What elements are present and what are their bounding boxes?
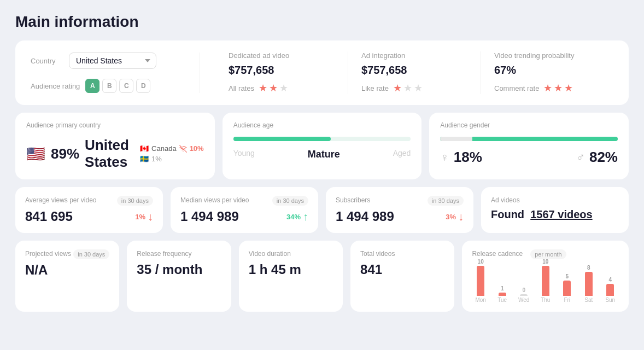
age-aged: Aged <box>393 149 411 160</box>
stat-ad-videos: Ad videos Found 1567 videos <box>481 187 629 233</box>
audience-gender-title: Audience gender <box>440 121 618 129</box>
median-views-value-row: 1 494 989 34% ↑ <box>180 209 308 224</box>
bar-day-label: Sat <box>584 297 593 303</box>
primary-data-row: 🇺🇸 89% United States 🇨🇦 Canada 10% 🇸🇪 1% <box>26 137 204 171</box>
avg-views-badge: in 30 days <box>117 196 153 206</box>
star-2: ★ <box>554 82 563 94</box>
avg-views-title: Average views per video <box>25 196 97 205</box>
bar-col-fri: 5Fri <box>558 273 576 303</box>
gender-row: ♀ 18% ♂ 82% <box>440 149 618 166</box>
age-bar <box>233 137 411 141</box>
avg-views-change: 1% ↓ <box>135 211 153 223</box>
top-info-card: Country United States Canada United King… <box>15 40 629 105</box>
badge-d[interactable]: D <box>136 79 150 93</box>
stat-projected-views: Projected views in 30 days N/A <box>15 241 119 312</box>
bar-rect <box>477 266 484 296</box>
stat-total-videos: Total videos 841 <box>350 241 454 312</box>
star-1: ★ <box>393 82 402 94</box>
star-3: ★ <box>279 82 288 94</box>
cadence-title: Release cadence <box>472 249 523 259</box>
bar-rect <box>499 293 506 296</box>
cadence-bar-chart: 10Mon1Tue0Wed10Thu5Fri8Sat4Sun <box>472 265 619 303</box>
primary-country: United States <box>85 137 134 171</box>
primary-pct: 89% <box>51 145 79 162</box>
bar-col-sun: 4Sun <box>602 277 619 303</box>
age-young: Young <box>233 149 255 160</box>
bar-day-label: Mon <box>475 297 485 303</box>
comment-rate-stars: ★ ★ ★ <box>543 82 573 94</box>
ad-videos-count[interactable]: 1567 videos <box>530 208 592 220</box>
bar-num: 10 <box>542 259 548 265</box>
median-views-value: 1 494 989 <box>180 209 239 224</box>
rating-badges: A B C D <box>85 79 150 93</box>
age-bar-fill <box>233 137 331 141</box>
bar-rect <box>563 281 571 296</box>
badge-c[interactable]: C <box>119 79 133 93</box>
star-1: ★ <box>543 82 552 94</box>
gender-female: ♀ 18% <box>440 149 482 166</box>
female-pct: 18% <box>454 149 482 166</box>
bar-day-label: Sun <box>605 297 615 303</box>
star-2: ★ <box>269 82 278 94</box>
total-videos-value: 841 <box>360 262 382 277</box>
secondary-countries: 🇨🇦 Canada 10% 🇸🇪 1% <box>140 144 204 163</box>
bar-num: 10 <box>478 259 484 265</box>
country-label: Country <box>31 57 63 65</box>
bar-num: 1 <box>501 285 504 291</box>
bar-col-sat: 8Sat <box>580 265 598 303</box>
badge-b[interactable]: B <box>102 79 116 93</box>
gender-bar <box>440 137 618 141</box>
male-pct: 82% <box>589 149 618 166</box>
bar-num: 0 <box>522 287 525 293</box>
metric-dedicated-ad: Dedicated ad video $757,658 All rates ★ … <box>215 51 348 94</box>
badge-a[interactable]: A <box>85 79 99 93</box>
row4: Projected views in 30 days N/A Release f… <box>15 241 629 312</box>
video-duration-value: 1 h 45 m <box>249 262 301 277</box>
metric-trending: Video trending probability 67% Comment r… <box>481 51 613 94</box>
stat-median-views: Median views per video in 30 days 1 494 … <box>171 187 318 233</box>
video-duration-title: Video duration <box>249 249 291 259</box>
male-icon: ♂ <box>576 150 585 165</box>
audience-primary-card: Audience primary country 🇺🇸 89% United S… <box>15 113 215 179</box>
star-3: ★ <box>414 82 423 94</box>
stat-subscribers: Subscribers in 30 days 1 494 989 3% ↓ <box>326 187 473 233</box>
country-select[interactable]: United States Canada United Kingdom <box>69 52 156 69</box>
age-labels: Young Mature Aged <box>233 149 411 160</box>
bar-col-mon: 10Mon <box>472 259 489 303</box>
age-mature: Mature <box>308 149 340 160</box>
subscribers-title: Subscribers <box>336 196 370 205</box>
bar-col-tue: 1Tue <box>494 285 511 303</box>
bar-num: 4 <box>608 277 612 283</box>
bar-num: 5 <box>565 273 569 279</box>
metric-ad-integration: Ad integration $757,658 Like rate ★ ★ ★ <box>348 51 481 94</box>
gender-male: ♂ 82% <box>576 149 618 166</box>
bar-col-thu: 10Thu <box>537 259 554 303</box>
avg-views-value: 841 695 <box>25 209 73 224</box>
row3: Average views per video in 30 days 841 6… <box>15 187 629 233</box>
down-arrow-icon: ↓ <box>148 211 153 223</box>
ad-videos-found: Found 1567 videos <box>491 208 593 221</box>
stat-release-freq: Release frequency 35 / month <box>127 241 231 312</box>
stat-avg-views: Average views per video in 30 days 841 6… <box>15 187 163 233</box>
total-videos-title: Total videos <box>360 249 395 259</box>
projected-views-badge: in 30 days <box>73 249 109 259</box>
metrics-group: Dedicated ad video $757,658 All rates ★ … <box>215 51 613 94</box>
like-rate-stars: ★ ★ ★ <box>393 82 423 94</box>
country-section: Country United States Canada United King… <box>31 52 200 93</box>
audience-age-card: Audience age Young Mature Aged <box>223 113 422 179</box>
release-freq-value: 35 / month <box>137 262 202 277</box>
projected-views-value: N/A <box>25 262 48 277</box>
bar-rect <box>585 272 593 296</box>
projected-views-title: Projected views <box>25 249 71 259</box>
star-1: ★ <box>259 82 267 94</box>
bar-day-label: Thu <box>541 297 550 303</box>
audience-age-title: Audience age <box>233 121 411 129</box>
down-arrow-icon-2: ↓ <box>458 211 464 223</box>
release-cadence-card: Release cadence per month 10Mon1Tue0Wed1… <box>462 241 629 312</box>
audience-gender-card: Audience gender ♀ 18% ♂ 82% <box>429 113 629 179</box>
audience-primary-title: Audience primary country <box>26 121 204 129</box>
secondary-country-1: 🇨🇦 Canada 10% <box>140 144 204 153</box>
bar-day-label: Fri <box>564 297 570 303</box>
row2: Audience primary country 🇺🇸 89% United S… <box>15 113 629 179</box>
median-views-change: 34% ↑ <box>286 211 308 223</box>
